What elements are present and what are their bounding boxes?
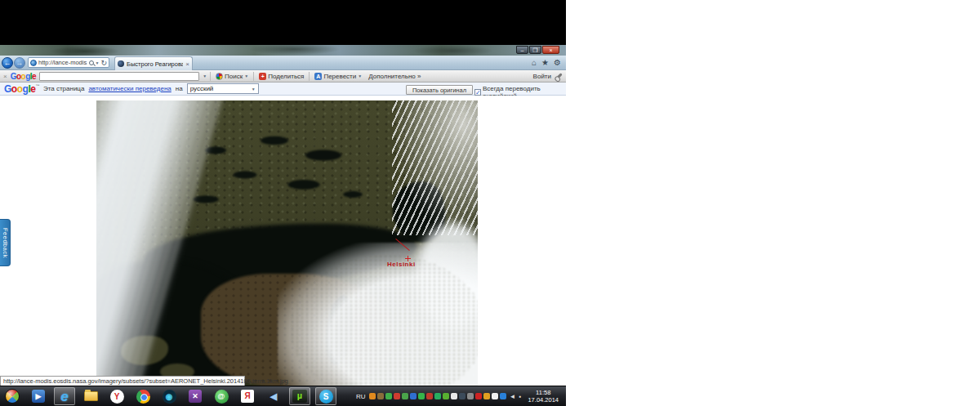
tray-icon[interactable]: [483, 393, 490, 399]
chevron-down-icon: ▼: [358, 74, 362, 78]
address-url[interactable]: http://lance-modis.e...: [38, 59, 87, 66]
taskbar-app-file-explorer[interactable]: [80, 387, 101, 405]
show-original-button[interactable]: Показать оригинал: [406, 85, 473, 95]
taskbar-app-app-swirl[interactable]: ◉: [158, 387, 180, 405]
address-bar-icons: ▼ ↻: [89, 58, 108, 68]
toolbar-share-button[interactable]: + Поделиться: [257, 73, 305, 80]
chevron-down-icon: ▼: [252, 87, 256, 91]
taskbar-app-utorrent[interactable]: µ: [289, 387, 310, 405]
taskbar-app-start[interactable]: [2, 387, 23, 405]
forward-button[interactable]: →: [14, 57, 25, 69]
tab-favicon: [118, 60, 124, 67]
tray-icon[interactable]: [500, 393, 506, 399]
yandex-browser-icon: Y: [110, 390, 124, 404]
search-button-label: Поиск: [225, 73, 243, 80]
tray-icon[interactable]: [434, 393, 441, 399]
tray-icon[interactable]: [467, 393, 474, 399]
translate-icon: А: [314, 73, 322, 80]
language-selected: русский: [190, 85, 214, 92]
chevron-down-icon: ▼: [244, 74, 248, 78]
translate-text-prefix: Эта страница: [43, 85, 84, 92]
tray-icon[interactable]: [451, 393, 457, 399]
feedback-label: Feedback: [2, 228, 9, 258]
status-bar-url: http://lance-modis.eosdis.nasa.gov/image…: [0, 376, 245, 386]
search-icon[interactable]: [89, 60, 94, 65]
settings-gear-icon[interactable]: ⚙: [554, 57, 561, 69]
toolbar-close-icon[interactable]: ×: [3, 73, 7, 80]
toolbar-search-input[interactable]: [39, 72, 199, 81]
taskbar-app-yandex-browser[interactable]: Y: [106, 387, 127, 405]
share-icon: +: [259, 73, 266, 80]
window-title-bar: – ❐ ×: [0, 45, 566, 56]
clock-date: 17.04.2014: [528, 396, 559, 404]
google-toolbar-logo: Google: [11, 72, 36, 81]
checkbox-checked-icon[interactable]: ✓: [474, 89, 481, 96]
language-indicator[interactable]: RU: [356, 393, 366, 400]
page-content: Helsinki Feedback http://lance-modis.eos…: [0, 96, 566, 386]
restore-button[interactable]: ❐: [529, 46, 541, 54]
taskbar-app-mail-agent[interactable]: @: [211, 387, 232, 405]
satellite-image[interactable]: Helsinki: [96, 100, 478, 386]
volume-network-icons[interactable]: ◄ ▪: [509, 393, 522, 400]
station-label: Helsinki: [387, 261, 416, 268]
browser-tab[interactable]: Быстрого Реагирования - ... ×: [114, 56, 193, 70]
minimize-button[interactable]: –: [516, 46, 528, 54]
tray-icon[interactable]: [402, 393, 408, 399]
start-icon: [5, 389, 20, 404]
address-bar[interactable]: http://lance-modis.e... ▼ ↻: [28, 57, 109, 68]
yandex-icon: Я: [241, 390, 254, 403]
toolbar-right-group: Войти: [533, 73, 563, 80]
translated-link[interactable]: автоматически переведена: [88, 85, 171, 92]
sign-in-link[interactable]: Войти: [533, 73, 551, 80]
taskbar-app-yandex[interactable]: Я: [237, 387, 258, 405]
tray-icon[interactable]: [385, 393, 392, 399]
chevron-down-icon[interactable]: ▼: [96, 60, 100, 65]
black-band: [0, 0, 566, 45]
file-explorer-icon: [84, 391, 98, 401]
tray-icon[interactable]: [377, 393, 384, 399]
divider: [253, 72, 254, 81]
taskbar-app-app-x[interactable]: ✕: [185, 387, 206, 405]
divider: [210, 72, 211, 81]
tray-icon[interactable]: [410, 393, 416, 399]
tray-icon[interactable]: [394, 393, 400, 399]
tray-icon[interactable]: [492, 393, 498, 399]
taskbar-app-skype[interactable]: S: [315, 387, 336, 405]
back-button[interactable]: ←: [2, 57, 13, 69]
internet-explorer-icon: e: [60, 390, 68, 404]
feedback-tab[interactable]: Feedback: [0, 219, 11, 266]
home-icon[interactable]: ⌂: [532, 57, 537, 69]
tray-icon[interactable]: [459, 393, 466, 399]
tray-icon[interactable]: [418, 393, 425, 399]
translate-button-label: Перевести: [323, 73, 356, 80]
toolbar-translate-button[interactable]: А Перевести ▼: [313, 73, 363, 80]
taskbar-app-volume[interactable]: ◀: [263, 387, 284, 405]
favorites-star-icon[interactable]: ★: [541, 57, 549, 69]
browser-window: – ❐ × ← → http://lance-modis.e... ▼ ↻ Бы…: [0, 0, 566, 406]
taskbar: ▶eY◉✕@Я◀µS RU ◄ ▪ 11:58 17.04.2014: [0, 386, 566, 406]
system-tray: RU ◄ ▪ 11:58 17.04.2014: [356, 389, 564, 404]
tab-close-icon[interactable]: ×: [185, 60, 189, 68]
volume-icon: ◀: [270, 392, 277, 401]
tray-icon[interactable]: [426, 393, 433, 399]
close-button[interactable]: ×: [542, 46, 559, 54]
toolbar-more-button[interactable]: Дополнительно »: [367, 73, 422, 80]
share-button-label: Поделиться: [268, 73, 304, 80]
wrench-icon[interactable]: [555, 73, 562, 79]
translate-bar: Google™ Эта страница автоматически перев…: [0, 83, 566, 96]
tab-title: Быстрого Реагирования - ...: [127, 60, 183, 68]
search-dropdown-icon[interactable]: ▼: [203, 74, 207, 78]
taskbar-clock[interactable]: 11:58 17.04.2014: [524, 389, 562, 404]
tray-icon[interactable]: [369, 393, 376, 399]
site-globe-icon: [30, 60, 37, 66]
lake-district: [186, 121, 382, 219]
tray-icon[interactable]: [443, 393, 449, 399]
media-player-icon: ▶: [32, 390, 45, 403]
toolbar-search-button[interactable]: Поиск ▼: [214, 73, 250, 80]
taskbar-app-media-player[interactable]: ▶: [28, 387, 49, 405]
tray-icon[interactable]: [475, 393, 482, 399]
taskbar-app-internet-explorer[interactable]: e: [54, 387, 75, 405]
language-select[interactable]: русский ▼: [187, 83, 259, 94]
taskbar-app-chrome[interactable]: [132, 387, 154, 405]
refresh-icon[interactable]: ↻: [100, 58, 107, 68]
